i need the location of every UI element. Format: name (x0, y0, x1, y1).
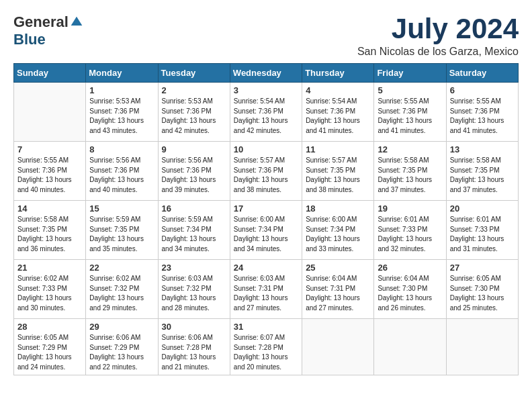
logo-blue: Blue (13, 31, 46, 48)
day-number: 19 (378, 203, 442, 214)
calendar-cell: 22Sunrise: 6:02 AM Sunset: 7:32 PM Dayli… (86, 260, 158, 319)
day-info: Sunrise: 6:06 AM Sunset: 7:29 PM Dayligh… (89, 333, 154, 372)
calendar-cell: 3Sunrise: 5:54 AM Sunset: 7:36 PM Daylig… (230, 83, 302, 142)
calendar-week-row: 28Sunrise: 6:05 AM Sunset: 7:29 PM Dayli… (14, 319, 519, 375)
calendar-week-row: 1Sunrise: 5:53 AM Sunset: 7:36 PM Daylig… (14, 83, 519, 142)
calendar-cell (14, 83, 86, 142)
logo-icon (70, 15, 83, 29)
calendar-cell (302, 319, 374, 375)
calendar-cell: 7Sunrise: 5:55 AM Sunset: 7:36 PM Daylig… (14, 142, 86, 201)
day-number: 26 (378, 263, 442, 273)
page-header: General Blue July 2024 San Nicolas de lo… (13, 13, 519, 58)
day-number: 31 (234, 322, 298, 332)
day-info: Sunrise: 5:55 AM Sunset: 7:36 PM Dayligh… (378, 97, 442, 136)
day-header: Wednesday (230, 64, 302, 83)
calendar-cell: 10Sunrise: 5:57 AM Sunset: 7:36 PM Dayli… (230, 142, 302, 201)
day-number: 8 (89, 144, 154, 154)
calendar-cell: 18Sunrise: 6:00 AM Sunset: 7:34 PM Dayli… (302, 201, 374, 260)
month-title: July 2024 (357, 13, 519, 44)
day-number: 25 (306, 263, 370, 273)
day-info: Sunrise: 5:53 AM Sunset: 7:36 PM Dayligh… (162, 97, 226, 136)
day-header: Saturday (446, 64, 518, 83)
calendar-week-row: 7Sunrise: 5:55 AM Sunset: 7:36 PM Daylig… (14, 142, 519, 201)
calendar-week-row: 21Sunrise: 6:02 AM Sunset: 7:33 PM Dayli… (14, 260, 519, 319)
day-number: 20 (450, 203, 515, 214)
day-number: 30 (162, 322, 226, 332)
calendar-cell: 14Sunrise: 5:58 AM Sunset: 7:35 PM Dayli… (14, 201, 86, 260)
svg-marker-0 (71, 17, 83, 26)
calendar-cell: 29Sunrise: 6:06 AM Sunset: 7:29 PM Dayli… (86, 319, 158, 375)
logo-general: General (13, 13, 69, 31)
calendar-cell: 17Sunrise: 6:00 AM Sunset: 7:34 PM Dayli… (230, 201, 302, 260)
location-subtitle: San Nicolas de los Garza, Mexico (357, 46, 519, 58)
calendar-cell: 4Sunrise: 5:54 AM Sunset: 7:36 PM Daylig… (302, 83, 374, 142)
day-info: Sunrise: 5:59 AM Sunset: 7:35 PM Dayligh… (89, 215, 154, 254)
day-info: Sunrise: 5:53 AM Sunset: 7:36 PM Dayligh… (89, 97, 154, 136)
day-info: Sunrise: 5:55 AM Sunset: 7:36 PM Dayligh… (450, 97, 515, 136)
day-number: 9 (162, 144, 226, 154)
calendar-week-row: 14Sunrise: 5:58 AM Sunset: 7:35 PM Dayli… (14, 201, 519, 260)
day-info: Sunrise: 5:58 AM Sunset: 7:35 PM Dayligh… (450, 156, 515, 195)
day-number: 11 (306, 144, 370, 154)
calendar-cell: 28Sunrise: 6:05 AM Sunset: 7:29 PM Dayli… (14, 319, 86, 375)
day-number: 2 (162, 85, 226, 95)
day-info: Sunrise: 6:04 AM Sunset: 7:30 PM Dayligh… (378, 274, 442, 313)
calendar-cell: 9Sunrise: 5:56 AM Sunset: 7:36 PM Daylig… (158, 142, 230, 201)
day-info: Sunrise: 6:02 AM Sunset: 7:32 PM Dayligh… (89, 274, 154, 313)
day-number: 5 (378, 85, 442, 95)
day-number: 6 (450, 85, 515, 95)
calendar-cell: 26Sunrise: 6:04 AM Sunset: 7:30 PM Dayli… (374, 260, 446, 319)
calendar-cell: 25Sunrise: 6:04 AM Sunset: 7:31 PM Dayli… (302, 260, 374, 319)
calendar-cell: 8Sunrise: 5:56 AM Sunset: 7:36 PM Daylig… (86, 142, 158, 201)
calendar-cell: 2Sunrise: 5:53 AM Sunset: 7:36 PM Daylig… (158, 83, 230, 142)
calendar-cell: 12Sunrise: 5:58 AM Sunset: 7:35 PM Dayli… (374, 142, 446, 201)
day-header: Sunday (14, 64, 86, 83)
day-number: 12 (378, 144, 442, 154)
day-number: 18 (306, 203, 370, 214)
calendar-cell (446, 319, 518, 375)
calendar-header-row: SundayMondayTuesdayWednesdayThursdayFrid… (14, 64, 519, 83)
title-block: July 2024 San Nicolas de los Garza, Mexi… (357, 13, 519, 58)
day-header: Friday (374, 64, 446, 83)
calendar-cell: 21Sunrise: 6:02 AM Sunset: 7:33 PM Dayli… (14, 260, 86, 319)
calendar-cell (374, 319, 446, 375)
day-info: Sunrise: 5:56 AM Sunset: 7:36 PM Dayligh… (89, 156, 154, 195)
calendar-cell: 20Sunrise: 6:01 AM Sunset: 7:33 PM Dayli… (446, 201, 518, 260)
day-info: Sunrise: 6:01 AM Sunset: 7:33 PM Dayligh… (450, 215, 515, 254)
day-info: Sunrise: 6:04 AM Sunset: 7:31 PM Dayligh… (306, 274, 370, 313)
day-info: Sunrise: 5:54 AM Sunset: 7:36 PM Dayligh… (234, 97, 298, 136)
day-info: Sunrise: 6:02 AM Sunset: 7:33 PM Dayligh… (17, 274, 82, 313)
day-number: 7 (17, 144, 82, 154)
day-info: Sunrise: 6:00 AM Sunset: 7:34 PM Dayligh… (234, 215, 298, 254)
day-number: 13 (450, 144, 515, 154)
calendar-body: 1Sunrise: 5:53 AM Sunset: 7:36 PM Daylig… (14, 83, 519, 375)
day-info: Sunrise: 6:07 AM Sunset: 7:28 PM Dayligh… (234, 333, 298, 372)
day-info: Sunrise: 5:59 AM Sunset: 7:34 PM Dayligh… (162, 215, 226, 254)
calendar-cell: 19Sunrise: 6:01 AM Sunset: 7:33 PM Dayli… (374, 201, 446, 260)
day-number: 29 (89, 322, 154, 332)
logo: General Blue (13, 13, 83, 48)
calendar-cell: 30Sunrise: 6:06 AM Sunset: 7:28 PM Dayli… (158, 319, 230, 375)
day-number: 21 (17, 263, 82, 273)
day-info: Sunrise: 5:58 AM Sunset: 7:35 PM Dayligh… (378, 156, 442, 195)
day-number: 1 (89, 85, 154, 95)
day-header: Tuesday (158, 64, 230, 83)
day-number: 28 (17, 322, 82, 332)
day-info: Sunrise: 6:03 AM Sunset: 7:31 PM Dayligh… (234, 274, 298, 313)
calendar-cell: 31Sunrise: 6:07 AM Sunset: 7:28 PM Dayli… (230, 319, 302, 375)
day-info: Sunrise: 5:57 AM Sunset: 7:35 PM Dayligh… (306, 156, 370, 195)
day-info: Sunrise: 6:03 AM Sunset: 7:32 PM Dayligh… (162, 274, 226, 313)
calendar-cell: 6Sunrise: 5:55 AM Sunset: 7:36 PM Daylig… (446, 83, 518, 142)
calendar-cell: 15Sunrise: 5:59 AM Sunset: 7:35 PM Dayli… (86, 201, 158, 260)
calendar-cell: 11Sunrise: 5:57 AM Sunset: 7:35 PM Dayli… (302, 142, 374, 201)
calendar-cell: 27Sunrise: 6:05 AM Sunset: 7:30 PM Dayli… (446, 260, 518, 319)
calendar-cell: 24Sunrise: 6:03 AM Sunset: 7:31 PM Dayli… (230, 260, 302, 319)
calendar-cell: 13Sunrise: 5:58 AM Sunset: 7:35 PM Dayli… (446, 142, 518, 201)
day-header: Monday (86, 64, 158, 83)
day-info: Sunrise: 5:56 AM Sunset: 7:36 PM Dayligh… (162, 156, 226, 195)
day-info: Sunrise: 6:06 AM Sunset: 7:28 PM Dayligh… (162, 333, 226, 372)
day-number: 24 (234, 263, 298, 273)
day-number: 3 (234, 85, 298, 95)
day-info: Sunrise: 6:01 AM Sunset: 7:33 PM Dayligh… (378, 215, 442, 254)
day-number: 22 (89, 263, 154, 273)
